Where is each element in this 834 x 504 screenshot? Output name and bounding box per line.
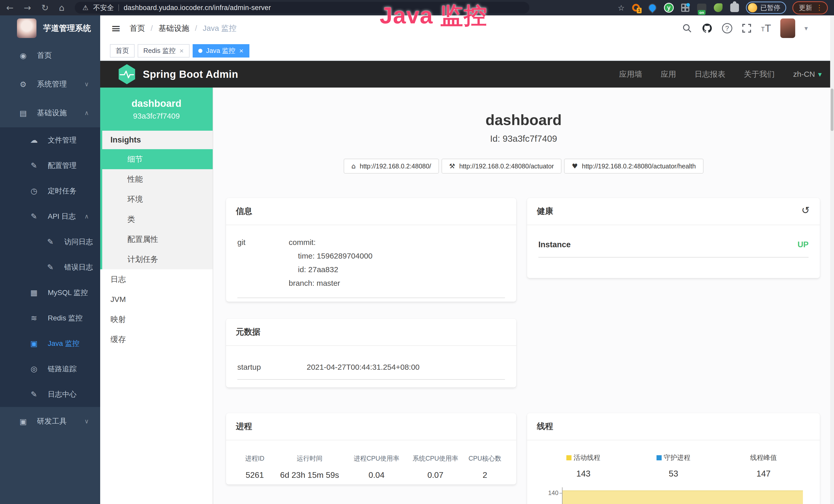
extension-pin-icon[interactable] xyxy=(647,3,658,13)
breadcrumb-infra[interactable]: 基础设施 xyxy=(158,23,189,33)
leaf-icon xyxy=(714,3,723,12)
sidebar-item-trace[interactable]: ◎ 链路追踪 xyxy=(0,356,100,382)
screen: ← → ↻ ⌂ ⚠ 不安全 dashboard.yudao.iocoder.cn… xyxy=(0,0,834,504)
infra-submenu: ☁ 文件管理 ✎ 配置管理 ◷ 定时任务 ✎ API 日志 ∧ ✎ 访问日志 ✎ xyxy=(0,127,100,407)
gear-icon: ⚙ xyxy=(18,80,28,89)
sidebar-item-api-log[interactable]: ✎ API 日志 ∧ xyxy=(0,204,100,229)
sidebar-item-system[interactable]: ⚙ 系统管理 ∨ xyxy=(0,70,100,98)
chevron-down-icon: ∨ xyxy=(84,81,89,88)
header-actions: ? TT ▾ xyxy=(682,19,823,38)
sidebar-item-scheduled-jobs[interactable]: ◷ 定时任务 xyxy=(0,178,100,204)
sidebar-item-label: 日志中心 xyxy=(48,389,76,399)
extension-leaf-icon[interactable] xyxy=(713,3,723,13)
sidebar-item-redis-monitor[interactable]: ≋ Redis 监控 xyxy=(0,305,100,331)
sidebar-item-home[interactable]: ◉ 首页 xyxy=(0,41,100,70)
extension-onetab-icon[interactable]: on xyxy=(697,3,707,13)
address-bar[interactable]: ⚠ 不安全 dashboard.yudao.iocoder.cn/infra/a… xyxy=(75,2,529,14)
home-icon[interactable]: ⌂ xyxy=(59,3,65,12)
sba-link-journal[interactable]: 日志报表 xyxy=(695,69,725,79)
actuator-url-link[interactable]: ⚒ http://192.168.0.2:48080/actuator xyxy=(441,159,562,174)
sba-link-about[interactable]: 关于我们 xyxy=(744,69,775,79)
reload-icon[interactable]: ↻ xyxy=(41,3,49,12)
inst-nav-classes[interactable]: 类 xyxy=(102,209,213,229)
bookmark-star-icon[interactable]: ☆ xyxy=(618,3,625,12)
github-icon[interactable] xyxy=(701,23,713,34)
font-size-icon[interactable]: TT xyxy=(761,24,771,33)
sba-brand[interactable]: Spring Boot Admin xyxy=(143,69,238,80)
extension-grid-icon[interactable] xyxy=(680,3,690,13)
user-avatar[interactable] xyxy=(780,19,795,38)
health-url-link[interactable]: ♥ http://192.168.0.2:48080/actuator/heal… xyxy=(564,159,704,174)
chevron-up-icon: ∧ xyxy=(84,109,89,117)
sba-link-wallboard[interactable]: 应用墙 xyxy=(619,69,642,79)
tab-redis-monitor[interactable]: Redis 监控 × xyxy=(138,44,190,58)
app-logo[interactable]: 芋道管理系统 xyxy=(0,16,100,41)
close-icon[interactable]: × xyxy=(179,47,184,54)
inst-nav-label: 日志 xyxy=(110,274,126,285)
extension-y-icon[interactable]: y xyxy=(664,3,674,13)
instance-header[interactable]: dashboard 93a3fc7f7409 xyxy=(100,88,213,131)
sidebar-item-java-monitor[interactable]: ▣ Java 监控 xyxy=(0,331,100,356)
help-icon[interactable]: ? xyxy=(722,23,732,33)
tab-label: Redis 监控 xyxy=(143,46,176,55)
wrench-icon: ⚒ xyxy=(449,162,455,170)
briefcase-icon: ▣ xyxy=(18,417,28,426)
log-edit-icon: ✎ xyxy=(29,212,39,221)
fullscreen-icon[interactable] xyxy=(742,23,752,33)
sidebar-item-dev-tools[interactable]: ▣ 研发工具 ∨ xyxy=(0,407,100,436)
sidebar-item-access-log[interactable]: ✎ 访问日志 xyxy=(0,229,100,254)
breadcrumb-home[interactable]: 首页 xyxy=(130,23,145,33)
history-icon[interactable]: ↺ xyxy=(802,205,810,216)
browser-chrome: ← → ↻ ⌂ ⚠ 不安全 dashboard.yudao.iocoder.cn… xyxy=(0,0,834,16)
inst-nav-details[interactable]: 细节 xyxy=(102,149,213,169)
inst-nav-metrics[interactable]: 性能 xyxy=(102,169,213,189)
search-icon[interactable] xyxy=(682,23,692,33)
inst-nav-environment[interactable]: 环境 xyxy=(102,189,213,209)
chrome-update-button[interactable]: 更新 ⋮ xyxy=(792,1,828,15)
tab-home[interactable]: 首页 xyxy=(110,44,135,58)
health-instance-row[interactable]: Instance UP xyxy=(539,240,809,249)
sidebar-item-label: 首页 xyxy=(37,50,52,61)
browser-menu-kebab-icon[interactable]: ⋮ xyxy=(816,4,823,11)
sidebar-item-log-center[interactable]: ✎ 日志中心 xyxy=(0,382,100,407)
update-label: 更新 xyxy=(799,3,812,12)
sidebar-item-file-manage[interactable]: ☁ 文件管理 xyxy=(0,127,100,153)
tab-bar: 首页 Redis 监控 × Java 监控 × xyxy=(100,41,834,61)
inst-nav-jvm[interactable]: JVM xyxy=(100,289,213,310)
collapse-sidebar-icon[interactable]: ≡ xyxy=(111,21,121,35)
sidebar-item-config-manage[interactable]: ✎ 配置管理 xyxy=(0,153,100,178)
profile-chip[interactable]: 已暂停 xyxy=(746,2,786,14)
sba-logo-icon[interactable] xyxy=(119,64,135,84)
grid-icon xyxy=(681,4,689,12)
insights-group: Insights 细节 性能 环境 类 配置属性 计划任务 xyxy=(100,131,213,269)
extensions-puzzle-icon[interactable] xyxy=(729,3,740,13)
health-card-title: 健康 xyxy=(537,206,553,216)
git-id-line: id: 27aa832 xyxy=(289,263,372,276)
inst-nav-config-props[interactable]: 配置属性 xyxy=(102,229,213,249)
chevron-down-icon: ∨ xyxy=(84,418,89,425)
inst-nav-scheduled-tasks[interactable]: 计划任务 xyxy=(102,249,213,269)
col-process-cpu: 进程CPU使用率 xyxy=(347,454,406,463)
close-icon[interactable]: × xyxy=(239,47,243,54)
service-url-link[interactable]: ⌂ http://192.168.0.2:48080/ xyxy=(344,159,439,174)
forward-icon[interactable]: → xyxy=(24,3,31,12)
sidebar-item-infra[interactable]: ▤ 基础设施 ∧ xyxy=(0,98,100,127)
scrollbar-track[interactable] xyxy=(830,16,834,504)
security-label[interactable]: 不安全 xyxy=(93,3,114,12)
user-caret-down-icon[interactable]: ▾ xyxy=(805,24,808,32)
back-icon[interactable]: ← xyxy=(6,3,14,12)
scrollbar-thumb[interactable] xyxy=(831,89,833,131)
extension-colorzilla-icon[interactable]: 1 xyxy=(631,3,641,13)
sidebar-item-error-log[interactable]: ✎ 错误日志 xyxy=(0,254,100,280)
inst-nav-logs[interactable]: 日志 xyxy=(100,269,213,289)
monitor-icon: ▤ xyxy=(18,109,28,118)
url-text[interactable]: dashboard.yudao.iocoder.cn/infra/admin-s… xyxy=(124,4,271,12)
inst-nav-caches[interactable]: 缓存 xyxy=(100,329,213,349)
sidebar-item-mysql-monitor[interactable]: ▦ MySQL 监控 xyxy=(0,280,100,305)
inst-nav-label: 配置属性 xyxy=(127,234,158,245)
inst-nav-label: 类 xyxy=(127,214,135,225)
sba-locale-select[interactable]: zh-CN ▾ xyxy=(793,70,822,78)
inst-nav-mappings[interactable]: 映射 xyxy=(100,310,213,329)
tab-java-monitor[interactable]: Java 监控 × xyxy=(193,44,249,58)
sba-link-applications[interactable]: 应用 xyxy=(661,69,676,79)
